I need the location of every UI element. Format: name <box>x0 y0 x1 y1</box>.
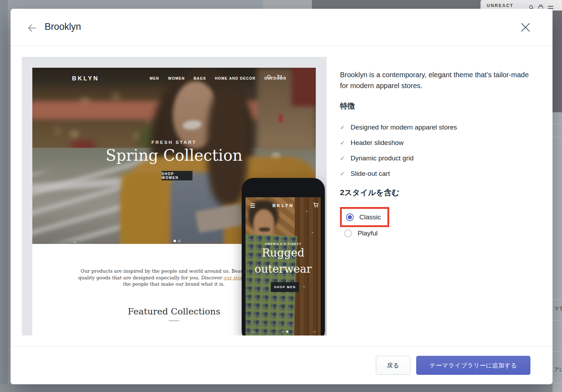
mobile-site-logo: BKLYN <box>246 203 321 208</box>
check-icon <box>340 155 351 162</box>
backdrop-shading <box>0 0 8 392</box>
mobile-hero-kicker: AMERICA'S FINEST <box>246 242 321 246</box>
back-arrow-button[interactable] <box>26 22 38 34</box>
slider-dot <box>178 240 181 242</box>
backdrop-divider <box>553 352 562 352</box>
backdrop-bottom <box>0 384 553 392</box>
backdrop-text-snippet: マを <box>554 305 562 312</box>
shop-women-button: SHOP WOMEN <box>162 171 192 180</box>
backdrop-divider <box>553 137 562 137</box>
theme-description: Brooklyn is a contemporary, elegant them… <box>340 69 535 91</box>
slider-dot-active <box>174 240 176 242</box>
check-icon <box>340 124 351 131</box>
preview-site-header: BKLYN MEN WOMEN BAGS HOME AND DECOR OUTD… <box>32 68 316 88</box>
backdrop-text-snippet: アに <box>554 366 562 373</box>
divider <box>11 46 553 46</box>
mobile-hero-title: Rugged <box>246 246 321 259</box>
preview-site-logo: BKLYN <box>72 75 99 82</box>
add-to-theme-library-button[interactable]: テーマライブラリーに追加する <box>416 356 530 375</box>
search-icon <box>267 75 272 80</box>
hero-title: Spring Collection <box>32 146 316 164</box>
close-icon[interactable] <box>519 21 531 33</box>
hero-kicker: FRESH START <box>32 140 316 145</box>
cart-icon <box>277 75 282 80</box>
background-store-logo: UNREACT <box>487 3 514 8</box>
cart-icon <box>313 202 319 208</box>
feature-item: Dynamic product grid <box>340 153 530 163</box>
backdrop-divider <box>553 124 562 124</box>
check-icon <box>340 140 351 146</box>
feature-label: Header slideshow <box>351 139 404 147</box>
feature-label: Designed for modern apparel stores <box>351 124 457 131</box>
slider-dot-active <box>286 331 288 333</box>
menu-icon <box>548 6 553 9</box>
nav-item: HOME AND DECOR <box>215 76 256 80</box>
mobile-screen: BKLYN AMERICA'S FINEST Rugged outerwear … <box>246 197 321 335</box>
nav-item: WOMEN <box>168 76 185 80</box>
backdrop-divider <box>553 299 562 300</box>
screen: UNREACT マを アに Brooklyn <box>0 0 562 392</box>
classic-radio-label[interactable]: Classic <box>359 213 381 221</box>
nav-item: MEN <box>150 76 159 80</box>
feature-item: Designed for modern apparel stores <box>340 122 530 132</box>
classic-radio[interactable] <box>346 213 354 221</box>
classic-option-highlight: Classic <box>340 207 389 227</box>
slider-next-icon: → <box>312 328 316 333</box>
check-icon <box>340 171 351 177</box>
theme-preview-panel: BKLYN MEN WOMEN BAGS HOME AND DECOR OUTD… <box>22 57 327 335</box>
backdrop-right-sliver-list <box>553 112 562 392</box>
feature-label: Slide-out cart <box>351 170 390 178</box>
feature-label: Dynamic product grid <box>351 154 414 162</box>
feature-item: Header slideshow <box>340 138 530 148</box>
playful-radio-label[interactable]: Playful <box>358 230 378 237</box>
styles-heading: 2スタイルを含む <box>340 187 399 198</box>
playful-option: Playful <box>344 230 378 237</box>
slider-prev-icon: ← <box>252 328 256 333</box>
theme-details-modal: Brooklyn <box>11 9 553 384</box>
heading-rule <box>169 320 179 321</box>
backdrop-divider <box>553 320 562 320</box>
features-heading: 特徴 <box>340 101 355 111</box>
mobile-hero-title: outerwear <box>246 263 321 275</box>
preview-site-nav: MEN WOMEN BAGS HOME AND DECOR OUTDOOR <box>150 76 286 80</box>
playful-radio[interactable] <box>344 230 352 237</box>
divider <box>11 346 553 347</box>
back-button[interactable]: 戻る <box>376 356 410 375</box>
preview-nav-icons <box>267 75 282 80</box>
nav-item: BAGS <box>194 76 206 80</box>
feature-item: Slide-out cart <box>340 169 530 179</box>
modal-title: Brooklyn <box>45 21 81 32</box>
shop-men-button: SHOP MEN <box>271 282 299 292</box>
mobile-preview-mockup: BKLYN AMERICA'S FINEST Rugged outerwear … <box>242 178 325 335</box>
backdrop-divider <box>553 383 562 384</box>
slider-prev-icon: ← <box>73 238 78 244</box>
backdrop-right-sliver <box>553 11 562 112</box>
slider-dot <box>282 331 284 333</box>
